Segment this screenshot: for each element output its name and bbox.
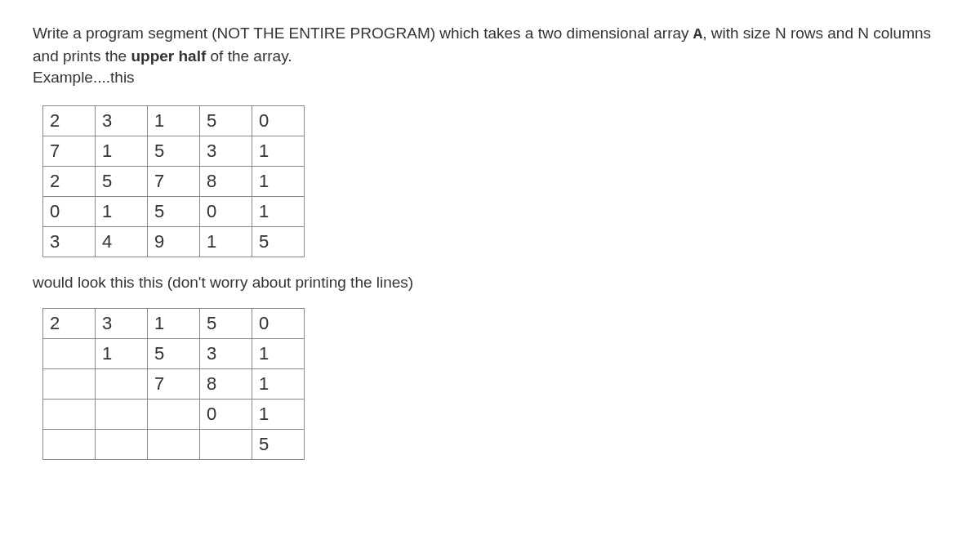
table-row: 0 1 (43, 399, 305, 429)
table-row: 0 1 5 0 1 (43, 196, 305, 226)
cell: 7 (148, 368, 200, 399)
cell: 1 (252, 166, 305, 196)
cell: 7 (43, 136, 96, 166)
cell (43, 399, 96, 429)
cell (96, 429, 148, 459)
cell: 5 (148, 338, 200, 368)
cell: 1 (200, 226, 252, 257)
cell (43, 338, 96, 368)
cell (148, 429, 200, 459)
question-prompt: Write a program segment (NOT THE ENTIRE … (33, 23, 947, 89)
cell: 0 (252, 105, 305, 136)
cell: 1 (252, 136, 305, 166)
cell: 5 (200, 308, 252, 338)
intro-text-3: of the array. (206, 47, 292, 65)
cell: 9 (148, 226, 200, 257)
cell (200, 429, 252, 459)
matrix-output: 2 3 1 5 0 1 5 3 1 7 8 1 0 1 5 (42, 308, 305, 460)
cell (96, 399, 148, 429)
table-row: 3 4 9 1 5 (43, 226, 305, 257)
table-row: 5 (43, 429, 305, 459)
cell: 5 (252, 226, 305, 257)
cell: 5 (200, 105, 252, 136)
cell (96, 368, 148, 399)
cell: 2 (43, 308, 96, 338)
between-text: would look this this (don't worry about … (33, 274, 947, 292)
cell: 3 (200, 136, 252, 166)
cell: 8 (200, 166, 252, 196)
cell: 0 (43, 196, 96, 226)
array-var: A (693, 25, 702, 43)
cell: 1 (252, 338, 305, 368)
cell: 1 (148, 105, 200, 136)
cell: 1 (96, 338, 148, 368)
cell: 5 (96, 166, 148, 196)
cell: 3 (96, 105, 148, 136)
cell: 4 (96, 226, 148, 257)
table-row: 2 3 1 5 0 (43, 105, 305, 136)
cell: 1 (252, 196, 305, 226)
intro-text-1: Write a program segment (NOT THE ENTIRE … (33, 25, 693, 42)
table-row: 2 5 7 8 1 (43, 166, 305, 196)
cell: 0 (252, 308, 305, 338)
cell: 3 (43, 226, 96, 257)
cell: 1 (148, 308, 200, 338)
cell: 0 (200, 196, 252, 226)
example-label: Example....this (33, 69, 135, 86)
table-row: 2 3 1 5 0 (43, 308, 305, 338)
cell: 3 (96, 308, 148, 338)
cell: 2 (43, 105, 96, 136)
cell: 1 (96, 196, 148, 226)
intro-bold: upper half (131, 47, 206, 65)
cell: 0 (200, 399, 252, 429)
cell (43, 429, 96, 459)
cell: 7 (148, 166, 200, 196)
table-row: 1 5 3 1 (43, 338, 305, 368)
cell: 1 (252, 399, 305, 429)
matrix-input: 2 3 1 5 0 7 1 5 3 1 2 5 7 8 1 0 1 5 0 1 … (42, 105, 305, 257)
cell (148, 399, 200, 429)
cell: 1 (96, 136, 148, 166)
cell: 5 (148, 196, 200, 226)
cell: 8 (200, 368, 252, 399)
table-row: 7 1 5 3 1 (43, 136, 305, 166)
cell: 2 (43, 166, 96, 196)
cell: 5 (252, 429, 305, 459)
cell: 1 (252, 368, 305, 399)
cell: 5 (148, 136, 200, 166)
cell (43, 368, 96, 399)
cell: 3 (200, 338, 252, 368)
table-row: 7 8 1 (43, 368, 305, 399)
